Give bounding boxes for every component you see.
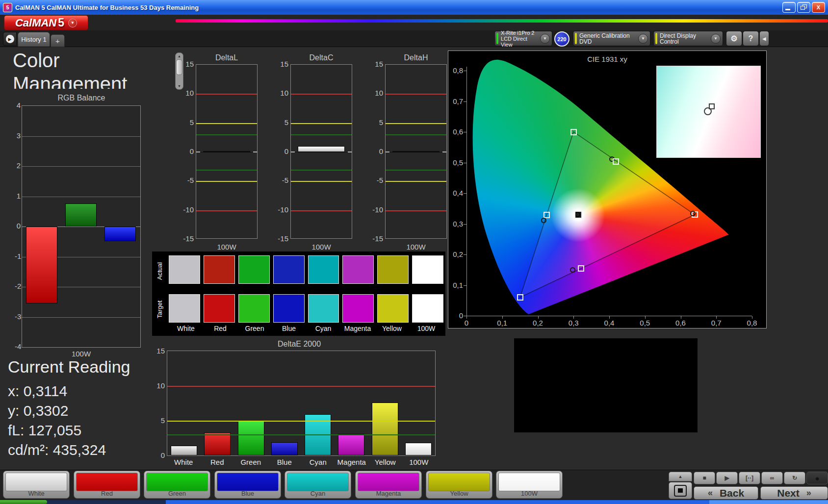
swatch-target-100w (412, 294, 443, 323)
y-tick-label: 10 (152, 381, 165, 390)
zero-tick (196, 151, 200, 152)
scrollbar[interactable]: ▲ ▼ (175, 52, 183, 90)
x-axis-label: 100W (385, 243, 447, 251)
swatch-column-labels: WhiteRedGreenBlueCyanMagentaYellow100W (169, 325, 443, 332)
back-button[interactable]: « Back (694, 486, 758, 500)
y-tick-label: 0,8 (448, 66, 463, 75)
target-point-icon (709, 103, 715, 109)
y-tick-label: 10 (368, 89, 383, 97)
swatch-target-green (238, 294, 270, 323)
delta-e-category-labels: WhiteRedGreenBlueCyanMagentaYellow100W (167, 458, 436, 466)
y-tick-label: 10 (179, 89, 194, 97)
pattern-button-green[interactable]: Green (144, 471, 210, 499)
restore-button[interactable] (797, 2, 810, 13)
x-tick (502, 316, 503, 319)
title-bar: 5 CalMAN 5 CalMAN Ultimate for Business … (0, 0, 828, 15)
y-tick-label: -1 (15, 252, 21, 260)
add-tab-button[interactable]: + (51, 34, 65, 47)
reference-line (167, 421, 435, 422)
scroll-down-icon[interactable]: ▼ (176, 83, 183, 89)
source-dropdown[interactable]: Generic Calibration DVD ▼ (573, 31, 650, 46)
pattern-button-100w[interactable]: 100W (496, 471, 563, 499)
tab-bar: ▶ History 1 + X-Rite i1Pro 2LCD Direct V… (0, 30, 828, 47)
cie-marker-green-target (570, 129, 577, 135)
triangle-up-icon: ▲ (678, 474, 683, 479)
y-tick-label: -15 (368, 234, 383, 243)
reference-line (291, 123, 352, 124)
close-button[interactable]: X (812, 2, 825, 13)
y-tick-label: 0 (152, 451, 165, 459)
x-tick-label: 0,5 (635, 319, 655, 327)
pattern-up-button[interactable]: ▲ (669, 472, 692, 481)
pattern-button-magenta[interactable]: Magenta (355, 471, 422, 499)
y-tick-label: 0,7 (448, 97, 463, 105)
chart-title: DeltaH (385, 53, 447, 62)
pattern-button-white[interactable]: White (3, 471, 70, 499)
deltac-plot (290, 64, 352, 239)
meter-dropdown[interactable]: X-Rite i1Pro 2LCD Direct View ▼ (494, 31, 552, 46)
y-tick-label: 5 (368, 118, 383, 126)
calman-logo-menu[interactable]: CalMAN 5 ▼ (4, 15, 88, 30)
cie-marker-magenta-measured (570, 267, 575, 273)
logo-number: 5 (58, 16, 64, 29)
help-button[interactable]: ? (743, 31, 759, 46)
x-tick-label: 0,1 (492, 319, 512, 327)
meter-reading-badge: 220 (554, 31, 569, 47)
transport-frame-button[interactable]: [··] (739, 472, 760, 484)
transport-record-button[interactable]: ● (806, 472, 828, 484)
chart-title: DeltaC (290, 53, 352, 62)
pattern-button-label: Yellow (426, 490, 492, 497)
taskbar-main (166, 500, 709, 504)
grid-line (22, 197, 140, 197)
y-tick-label: 0 (368, 147, 383, 155)
deltae-category-label: Red (201, 458, 234, 466)
pattern-button-red[interactable]: Red (74, 471, 140, 499)
transport-loop-button[interactable]: ∞ (761, 472, 783, 484)
y-tick-label: 0,5 (448, 158, 463, 167)
help-icon: ? (749, 34, 753, 43)
reading-fl: fL: 127,055 (8, 421, 130, 440)
reference-line (291, 181, 352, 182)
pattern-button-yellow[interactable]: Yellow (426, 471, 492, 499)
y-tick-label: 0,4 (448, 189, 463, 197)
settings-button[interactable]: ⚙ (726, 31, 742, 46)
pattern-button-label: Cyan (285, 490, 351, 497)
refresh-icon: ↻ (792, 475, 797, 481)
layout-expander-button[interactable]: ▶ (3, 32, 17, 46)
cie-marker-yellow-target (613, 158, 619, 165)
deltae-bar-red (204, 432, 231, 455)
start-button[interactable] (0, 500, 47, 504)
chevron-down-icon: ▼ (68, 19, 77, 27)
pattern-button-blue[interactable]: Blue (214, 471, 281, 499)
y-tick-label: 4 (15, 101, 21, 109)
pattern-button-cyan[interactable]: Cyan (285, 471, 351, 499)
collapse-toolbar-button[interactable]: ◀ (759, 31, 769, 46)
reference-line (386, 134, 446, 135)
x-axis-label: 100W (22, 350, 141, 358)
chevron-left-icon: ◀ (763, 36, 766, 41)
scroll-up-icon[interactable]: ▲ (176, 53, 183, 59)
cie-marker-cyan-target (543, 212, 550, 218)
tab-history-1[interactable]: History 1 (18, 32, 50, 47)
swatch-target-white (169, 294, 200, 323)
app-icon: 5 (3, 3, 12, 12)
swatch-target-magenta (342, 294, 374, 323)
pattern-window-button[interactable] (669, 482, 692, 499)
display-control-dropdown[interactable]: Direct Display Control ▼ (653, 31, 723, 46)
cie-1931-panel: CIE 1931 xy 0,80,70,60,50,40,30,20,1000,… (448, 50, 767, 328)
minimize-button[interactable] (782, 2, 796, 13)
y-tick (464, 163, 466, 163)
swatch-actual-red (204, 255, 235, 284)
x-tick (538, 316, 539, 319)
bottom-control-bar: WhiteRedGreenBlueCyanMagentaYellow100W ▲… (0, 470, 828, 501)
transport-play-button[interactable]: ▶ (716, 472, 738, 484)
transport-refresh-button[interactable]: ↻ (784, 472, 805, 484)
deltac-chart: DeltaC151050-5-10-15100W (290, 55, 352, 256)
y-tick-label: 0,2 (448, 250, 463, 258)
y-tick-label: 15 (179, 60, 194, 68)
target-row-label: Target (156, 295, 164, 324)
play-icon: ▶ (6, 35, 14, 43)
next-button[interactable]: Next » (760, 486, 828, 500)
transport-stop-button[interactable]: ■ (694, 472, 715, 484)
cie-marker-white-target (574, 211, 582, 219)
